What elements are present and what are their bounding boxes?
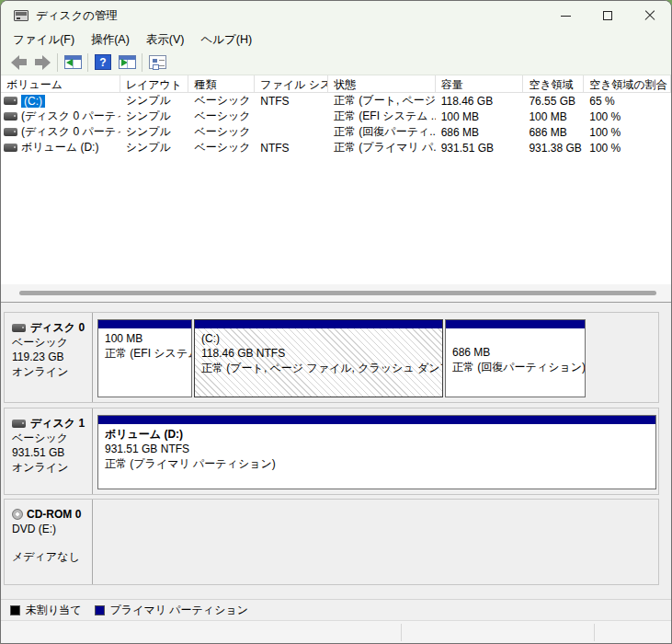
volume-name-selected: (C:) <box>21 95 45 108</box>
legend-bar: 未割り当て プライマリ パーティション <box>1 599 671 620</box>
partition-size: 931.51 GB NTFS <box>105 442 654 456</box>
app-icon <box>14 10 28 21</box>
show-list-button[interactable] <box>61 52 85 74</box>
partition-size: 118.46 GB NTFS <box>201 346 440 361</box>
disk-icon <box>12 420 26 428</box>
unallocated-swatch <box>10 605 20 615</box>
minimize-button[interactable] <box>544 1 587 30</box>
partition-c[interactable]: (C:) 118.46 GB NTFS 正常 (ブート, ページ ファイル, ク… <box>194 319 443 397</box>
disk-management-window: ディスクの管理 ファイル(F) 操作(A) 表示(V) ヘルプ(H) ? <box>0 0 672 644</box>
disk0-name: ディスク 0 <box>30 320 85 335</box>
column-header-volume[interactable]: ボリューム <box>1 75 120 92</box>
menu-file[interactable]: ファイル(F) <box>5 30 83 50</box>
refresh-view-button[interactable] <box>115 52 139 74</box>
cdrom-kind: DVD (E:) <box>12 522 86 536</box>
disk0-label-panel[interactable]: ディスク 0 ベーシック 119.23 GB オンライン <box>5 313 93 402</box>
partition-status: 正常 (プライマリ パーティション) <box>105 456 654 471</box>
help-icon: ? <box>95 54 111 70</box>
minimize-icon <box>561 16 571 17</box>
partition-recovery[interactable]: 686 MB 正常 (回復パーティション) <box>445 319 586 397</box>
splitter-grip <box>19 291 656 295</box>
partition-status: 正常 (回復パーティション) <box>452 360 583 374</box>
disk-list-icon <box>64 55 82 69</box>
cdrom-row: CD-ROM 0 DVD (E:) メディアなし <box>4 499 659 585</box>
menubar: ファイル(F) 操作(A) 表示(V) ヘルプ(H) <box>1 30 671 50</box>
disk-view-icon <box>119 55 136 69</box>
toolbar: ? <box>1 50 671 75</box>
partition-color-bar <box>195 320 442 328</box>
statusbar <box>1 620 671 644</box>
window-controls <box>544 1 671 30</box>
volume-icon <box>4 128 17 136</box>
cd-icon <box>12 509 23 520</box>
volume-list: ボリューム レイアウト 種類 ファイル システム 状態 容量 空き領域 空き領域… <box>1 75 671 284</box>
statusbar-separator <box>401 624 402 641</box>
menu-action[interactable]: 操作(A) <box>83 30 138 50</box>
menu-view[interactable]: 表示(V) <box>138 30 193 50</box>
statusbar-separator <box>594 624 595 641</box>
volume-row-d[interactable]: ボリューム (D:) シンプル ベーシック NTFS 正常 (プライマリ パ..… <box>1 140 671 155</box>
unallocated-label: 未割り当て <box>26 603 82 618</box>
volume-icon <box>4 97 17 105</box>
help-button[interactable]: ? <box>91 52 115 74</box>
back-button[interactable] <box>6 52 30 74</box>
partition-color-bar <box>98 416 655 424</box>
column-header-filesystem[interactable]: ファイル システム <box>255 75 328 92</box>
pane-splitter[interactable] <box>1 284 671 303</box>
disk1-row: ディスク 1 ベーシック 931.51 GB オンライン ボリューム (D:) … <box>4 408 659 495</box>
disk1-label-panel[interactable]: ディスク 1 ベーシック 931.51 GB オンライン <box>5 408 93 494</box>
cdrom-name: CD-ROM 0 <box>27 507 81 522</box>
primary-partition-swatch <box>95 605 105 615</box>
close-button[interactable] <box>629 1 671 30</box>
volume-name: (ディスク 0 パーティシ... <box>21 124 120 140</box>
disk0-kind: ベーシック <box>12 335 86 350</box>
primary-partition-label: プライマリ パーティション <box>110 603 248 618</box>
legend-unallocated: 未割り当て <box>10 603 82 618</box>
column-header-layout[interactable]: レイアウト <box>120 75 189 92</box>
partition-size: 686 MB <box>452 345 583 360</box>
disk-icon <box>12 324 26 332</box>
disk0-status: オンライン <box>12 364 86 379</box>
volume-icon <box>4 144 17 152</box>
titlebar: ディスクの管理 <box>1 1 671 30</box>
partition-d[interactable]: ボリューム (D:) 931.51 GB NTFS 正常 (プライマリ パーティ… <box>97 415 656 489</box>
column-header-type[interactable]: 種類 <box>188 75 255 92</box>
close-icon <box>644 10 655 21</box>
graphical-view-pane: ディスク 0 ベーシック 119.23 GB オンライン 100 MB 正常 (… <box>1 304 671 599</box>
back-icon <box>11 55 27 70</box>
partition-efi[interactable]: 100 MB 正常 (EFI システム , <box>97 319 192 397</box>
volume-icon <box>4 112 17 121</box>
partition-status: 正常 (ブート, ページ ファイル, クラッシュ ダンプ, ベーシック <box>201 361 440 375</box>
maximize-button[interactable] <box>587 1 629 30</box>
column-header-free-pct[interactable]: 空き領域の割合 <box>584 75 671 92</box>
volume-list-header: ボリューム レイアウト 種類 ファイル システム 状態 容量 空き領域 空き領域… <box>1 75 671 93</box>
column-header-free[interactable]: 空き領域 <box>523 75 584 92</box>
properties-button[interactable] <box>145 52 169 74</box>
partition-letter: ボリューム (D:) <box>105 427 654 442</box>
volume-name: ボリューム (D:) <box>21 140 98 155</box>
partition-color-bar <box>446 320 585 328</box>
partition-status: 正常 (EFI システム , <box>105 346 189 361</box>
cdrom-media: メディアなし <box>12 549 86 564</box>
properties-icon <box>149 55 166 69</box>
volume-row-recovery[interactable]: (ディスク 0 パーティシ... シンプル ベーシック 正常 (回復パーティ..… <box>1 124 671 140</box>
window-title: ディスクの管理 <box>36 8 118 24</box>
column-header-status[interactable]: 状態 <box>328 75 436 92</box>
cdrom-label-panel[interactable]: CD-ROM 0 DVD (E:) メディアなし <box>5 500 93 584</box>
toolbar-separator <box>57 53 58 72</box>
toolbar-separator <box>87 53 88 72</box>
volume-name: (ディスク 0 パーティシ... <box>21 109 120 124</box>
disk1-status: オンライン <box>12 460 86 475</box>
volume-row-c[interactable]: (C:) シンプル ベーシック NTFS 正常 (ブート, ページ... 118… <box>1 93 671 109</box>
forward-button[interactable] <box>30 52 54 74</box>
disk1-name: ディスク 1 <box>30 416 85 431</box>
column-header-capacity[interactable]: 容量 <box>436 75 524 92</box>
volume-row-efi[interactable]: (ディスク 0 パーティシ... シンプル ベーシック 正常 (EFI システム… <box>1 109 671 124</box>
disk0-size: 119.23 GB <box>12 350 86 364</box>
partition-color-bar <box>98 320 191 328</box>
forward-icon <box>35 55 51 70</box>
disk1-size: 931.51 GB <box>12 445 86 460</box>
menu-help[interactable]: ヘルプ(H) <box>192 30 260 50</box>
partition-size: 100 MB <box>105 331 189 346</box>
disk1-kind: ベーシック <box>12 431 86 445</box>
